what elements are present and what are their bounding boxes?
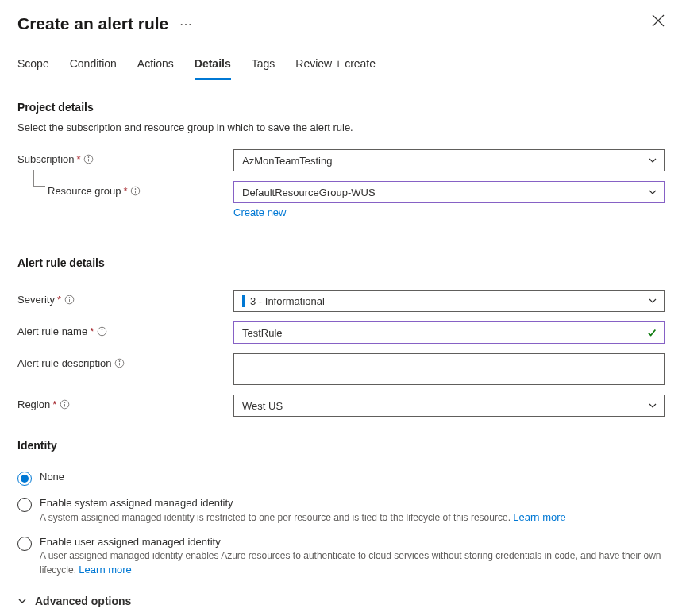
svg-point-5	[69, 298, 70, 298]
create-new-link[interactable]: Create new	[233, 206, 286, 218]
tab-actions[interactable]: Actions	[137, 54, 174, 80]
identity-system-desc: A system assigned managed identity is re…	[40, 512, 513, 523]
identity-none-label: None	[40, 471, 64, 483]
identity-user-label: Enable user assigned managed identity	[40, 536, 665, 548]
region-value: West US	[242, 400, 283, 412]
info-icon[interactable]	[114, 358, 125, 369]
alert-rule-name-value: TestRule	[242, 327, 283, 339]
severity-dropdown[interactable]: 3 - Informational	[233, 290, 665, 312]
chevron-down-icon	[648, 296, 657, 306]
subscription-dropdown[interactable]: AzMonTeamTesting	[233, 149, 665, 171]
identity-radio-none[interactable]	[17, 472, 32, 486]
required-marker: *	[77, 153, 81, 165]
tab-details[interactable]: Details	[195, 54, 231, 80]
info-icon[interactable]	[64, 295, 75, 306]
tab-scope[interactable]: Scope	[17, 54, 49, 80]
identity-heading: Identity	[17, 439, 665, 452]
tab-review-create[interactable]: Review + create	[295, 54, 376, 80]
severity-value: 3 - Informational	[250, 295, 325, 307]
chevron-down-icon	[648, 156, 657, 165]
subscription-value: AzMonTeamTesting	[242, 155, 332, 167]
close-icon[interactable]	[652, 14, 665, 27]
alert-rule-name-label: Alert rule name	[17, 325, 87, 337]
svg-point-7	[102, 329, 102, 330]
severity-color-bar	[242, 295, 245, 307]
required-marker: *	[124, 185, 128, 197]
severity-label: Severity	[17, 294, 55, 306]
identity-system-label: Enable system assigned managed identity	[40, 497, 566, 509]
svg-point-3	[135, 189, 136, 190]
required-marker: *	[52, 398, 56, 410]
chevron-down-icon	[17, 596, 27, 606]
alert-rule-details-heading: Alert rule details	[17, 256, 665, 269]
svg-point-9	[119, 361, 120, 362]
learn-more-link[interactable]: Learn more	[79, 564, 131, 576]
resource-group-dropdown[interactable]: DefaultResourceGroup-WUS	[233, 181, 665, 203]
info-icon[interactable]	[59, 399, 70, 410]
info-icon[interactable]	[83, 154, 94, 165]
tab-bar: Scope Condition Actions Details Tags Rev…	[17, 54, 665, 80]
chevron-down-icon	[648, 187, 657, 197]
identity-radio-user[interactable]	[17, 537, 32, 551]
region-label: Region	[17, 398, 50, 410]
tab-tags[interactable]: Tags	[252, 54, 275, 80]
identity-radio-system[interactable]	[17, 498, 32, 512]
region-dropdown[interactable]: West US	[233, 395, 665, 417]
subscription-label: Subscription	[17, 153, 75, 165]
resource-group-value: DefaultResourceGroup-WUS	[242, 187, 376, 198]
info-icon[interactable]	[130, 186, 141, 197]
advanced-options-toggle[interactable]: Advanced options	[17, 595, 665, 607]
advanced-options-label: Advanced options	[35, 595, 131, 607]
more-icon[interactable]: ⋯	[176, 17, 196, 32]
tab-condition[interactable]: Condition	[70, 54, 117, 80]
info-icon[interactable]	[96, 326, 107, 337]
project-details-desc: Select the subscription and resource gro…	[17, 121, 665, 133]
svg-point-1	[88, 157, 89, 158]
alert-rule-description-input[interactable]	[233, 353, 665, 385]
alert-rule-name-input[interactable]: TestRule	[233, 321, 665, 344]
project-details-heading: Project details	[17, 101, 665, 114]
alert-rule-description-label: Alert rule description	[17, 357, 112, 369]
required-marker: *	[90, 325, 94, 337]
svg-point-11	[64, 402, 65, 403]
check-icon	[646, 327, 657, 338]
resource-group-label: Resource group	[48, 185, 121, 197]
learn-more-link[interactable]: Learn more	[513, 511, 565, 523]
page-title: Create an alert rule	[17, 14, 168, 33]
chevron-down-icon	[648, 401, 657, 410]
required-marker: *	[57, 294, 61, 306]
identity-user-desc: A user assigned managed identity enables…	[40, 550, 661, 576]
